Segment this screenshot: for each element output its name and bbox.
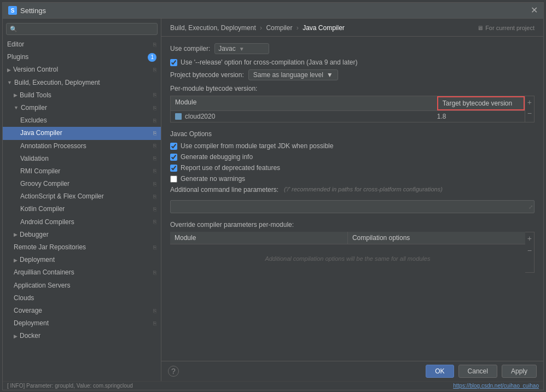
copy-icon: ⎘ [153, 307, 156, 315]
override-table-header: Module Compilation options [170, 232, 525, 244]
sidebar-item-remote-jar-repositories[interactable]: Remote Jar Repositories ⎘ [3, 241, 161, 254]
title-bar: S Settings ✕ [3, 3, 543, 19]
table-col-module: Module [171, 96, 437, 110]
copy-icon: ⎘ [153, 91, 156, 100]
sidebar-item-label: Arquillian Containers [14, 267, 74, 278]
expand-icon: ⤢ [528, 204, 533, 210]
javac-options-title: Javac Options [170, 130, 535, 138]
copy-icon: ⎘ [153, 205, 156, 214]
additional-params-input[interactable]: ⤢ [170, 200, 535, 213]
copy-icon: ⎘ [153, 218, 156, 226]
remove-override-button[interactable]: − [526, 245, 533, 256]
collapse-arrow: ▼ [7, 79, 12, 86]
no-warnings-checkbox[interactable] [170, 175, 177, 183]
settings-dialog: S Settings ✕ 🔍 Editor ⎘ Plugins 1 ▶ Vers… [2, 2, 544, 390]
sidebar-item-build-tools[interactable]: ▶ Build Tools ⎘ [3, 89, 161, 102]
sidebar-item-debugger[interactable]: ▶ Debugger [3, 229, 161, 241]
bytecode-dropdown-value: Same as language level [253, 71, 323, 79]
app-icon: S [8, 6, 17, 15]
collapse-arrow: ▶ [14, 91, 18, 99]
release-option-checkbox[interactable] [170, 59, 177, 66]
sidebar-item-application-servers[interactable]: Application Servers [3, 279, 161, 292]
gen-debug-info-checkbox[interactable] [170, 154, 177, 161]
close-button[interactable]: ✕ [531, 6, 538, 15]
use-compiler-target-checkbox[interactable] [170, 143, 177, 150]
sidebar-item-label: Groovy Compiler [20, 179, 69, 189]
sidebar-item-coverage[interactable]: Coverage ⎘ [3, 305, 161, 317]
sidebar-item-docker[interactable]: ▶ Docker [3, 330, 161, 342]
panel-header: Build, Execution, Deployment › Compiler … [161, 19, 543, 37]
project-bytecode-label: Project bytecode version: [170, 71, 244, 79]
collapse-arrow: ▶ [14, 256, 18, 264]
sidebar-item-plugins[interactable]: Plugins 1 [3, 51, 161, 63]
report-deprecated-checkbox[interactable] [170, 165, 177, 172]
sidebar-item-arquillian-containers[interactable]: Arquillian Containers ⎘ [3, 266, 161, 279]
sidebar-item-label: Java Compiler [20, 128, 62, 138]
compiler-dropdown-value: Javac [218, 45, 235, 52]
copy-icon: ⎘ [153, 129, 156, 138]
main-content: 🔍 Editor ⎘ Plugins 1 ▶ Version Control ⎘… [3, 19, 543, 381]
copy-icon: ⎘ [153, 319, 156, 328]
breadcrumb-current: Java Compiler [303, 24, 345, 32]
copy-icon: ⎘ [153, 40, 156, 49]
sidebar-item-excludes[interactable]: Excludes ⎘ [3, 114, 161, 127]
sidebar-item-clouds[interactable]: Clouds [3, 292, 161, 305]
sidebar-item-label: Build, Execution, Deployment [14, 78, 100, 88]
search-box[interactable]: 🔍 [6, 23, 158, 35]
sidebar-item-deployment[interactable]: ▶ Deployment [3, 254, 161, 266]
copy-icon: ⎘ [153, 66, 156, 74]
collapse-arrow: ▼ [14, 104, 19, 112]
sidebar-item-label: Excludes [20, 115, 47, 126]
sidebar-item-build-execution-deployment[interactable]: ▼ Build, Execution, Deployment [3, 77, 161, 89]
sidebar-item-version-control[interactable]: ▶ Version Control ⎘ [3, 63, 161, 76]
per-module-title: Per-module bytecode version: [170, 85, 535, 92]
status-right-link[interactable]: https://blog.csdn.net/cuihao_cuihao [453, 383, 539, 389]
sidebar-item-kotlin-compiler[interactable]: Kotlin Compiler ⎘ [3, 203, 161, 215]
compiler-dropdown[interactable]: Javac ▼ [214, 43, 269, 54]
ok-button[interactable]: OK [426, 365, 454, 378]
override-table: Module Compilation options Additional co… [170, 232, 525, 273]
sidebar-item-label: Debugger [20, 230, 49, 240]
module-cell: cloud2020 [175, 113, 433, 120]
copy-icon: ⎘ [153, 180, 156, 189]
table-side-actions: + − [525, 96, 535, 122]
add-module-button[interactable]: + [526, 97, 533, 108]
search-input[interactable] [20, 25, 154, 33]
sidebar-item-editor[interactable]: Editor ⎘ [3, 38, 161, 51]
apply-button[interactable]: Apply [502, 365, 537, 378]
sidebar-item-label: Version Control [13, 65, 58, 75]
override-table-container: Module Compilation options Additional co… [170, 232, 535, 273]
sidebar-item-label: Coverage [14, 306, 42, 316]
additional-params-row: Additional command line parameters: ('/'… [170, 186, 535, 196]
cancel-button[interactable]: Cancel [458, 365, 497, 378]
sidebar-item-actionscript-flex-compiler[interactable]: ActionScript & Flex Compiler ⎘ [3, 190, 161, 203]
sidebar-item-java-compiler[interactable]: Java Compiler ⎘ [3, 127, 161, 139]
sidebar-item-label: Deployment [14, 318, 49, 329]
sidebar-item-annotation-processors[interactable]: Annotation Processors ⎘ [3, 140, 161, 153]
override-col-module: Module [170, 232, 348, 244]
sidebar-item-label: Annotation Processors [20, 141, 86, 151]
chevron-down-icon: ▼ [239, 46, 245, 52]
project-bytecode-dropdown[interactable]: Same as language level ▼ [248, 69, 338, 80]
sidebar-item-label: Application Servers [14, 280, 70, 291]
sidebar-item-label: ActionScript & Flex Compiler [20, 191, 104, 202]
module-name: cloud2020 [185, 113, 215, 120]
sidebar-item-validation[interactable]: Validation ⎘ [3, 153, 161, 165]
sidebar-item-android-compilers[interactable]: Android Compilers ⎘ [3, 216, 161, 229]
sidebar-item-label: Clouds [14, 293, 34, 303]
sidebar-item-label: Compiler [21, 103, 47, 113]
search-icon: 🔍 [10, 26, 18, 33]
release-option-label: Use '--release' option for cross-compila… [181, 58, 357, 66]
copy-icon: ⎘ [153, 192, 156, 201]
sidebar-item-deployment2[interactable]: Deployment ⎘ [3, 317, 161, 330]
sidebar-item-groovy-compiler[interactable]: Groovy Compiler ⎘ [3, 178, 161, 190]
dialog-title: Settings [20, 7, 46, 15]
remove-module-button[interactable]: − [526, 108, 533, 119]
help-button[interactable]: ? [168, 366, 179, 377]
sidebar-item-compiler[interactable]: ▼ Compiler ⎘ [3, 102, 161, 114]
add-override-button[interactable]: + [526, 233, 533, 244]
sidebar-item-rmi-compiler[interactable]: RMI Compiler ⎘ [3, 165, 161, 178]
sidebar-item-label: Editor [7, 39, 24, 50]
collapse-arrow: ▶ [14, 231, 18, 238]
use-compiler-label: Use compiler: [170, 45, 210, 52]
